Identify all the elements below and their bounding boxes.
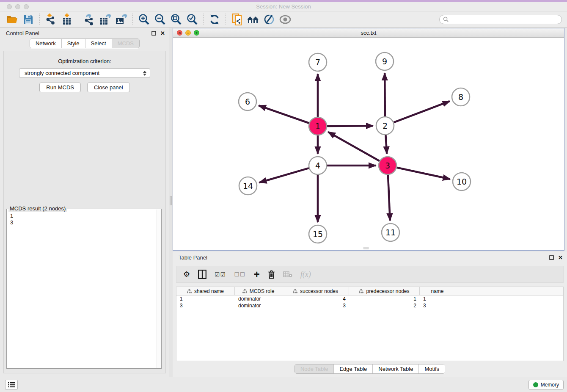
export-image-icon[interactable] [113, 13, 129, 26]
column-header-shared-name[interactable]: shared name [176, 287, 235, 295]
home-pages-icon[interactable] [245, 13, 261, 26]
mcds-result-list[interactable]: 13 [7, 209, 161, 226]
network-minimize-button[interactable]: − [185, 30, 191, 36]
panel-splitter[interactable] [169, 28, 173, 377]
import-network-icon[interactable] [43, 13, 59, 26]
table-cell[interactable]: 3 [420, 302, 455, 309]
node-label-1: 1 [315, 121, 320, 131]
search-icon [443, 17, 449, 22]
table-cell[interactable]: 1 [420, 295, 455, 302]
function-builder-icon[interactable]: f(x) [300, 270, 311, 279]
refresh-layout-icon[interactable] [206, 13, 223, 26]
hide-details-icon[interactable] [261, 13, 277, 26]
add-column-icon[interactable]: + [254, 270, 260, 279]
delete-table-icon[interactable] [283, 271, 292, 278]
node-label-8: 8 [458, 92, 463, 102]
minimize-window-button[interactable] [15, 4, 20, 9]
titlebar: Session: New Session [0, 2, 567, 11]
tab-network[interactable]: Network [30, 39, 62, 48]
table-panel-tabs: Node TableEdge TableNetwork TableMotifs [295, 364, 445, 374]
zoom-in-icon[interactable] [136, 13, 152, 26]
search-input[interactable] [449, 17, 558, 22]
open-folder-icon[interactable] [4, 13, 20, 26]
table-cell[interactable]: 1 [349, 295, 420, 302]
criterion-value: strongly connected component [25, 70, 99, 76]
task-history-button[interactable] [5, 380, 18, 390]
close-window-button[interactable] [7, 4, 12, 9]
network-close-button[interactable]: ✕ [177, 30, 182, 36]
column-header-predecessor-nodes[interactable]: predecessor nodes [349, 287, 420, 295]
edge-3-1[interactable] [328, 132, 379, 161]
float-panel-icon[interactable] [151, 31, 156, 36]
table-row[interactable]: 1dominator411 [176, 295, 563, 302]
table-header-row: shared nameMCDS rolesuccessor nodesprede… [176, 287, 563, 295]
canvas-scroll-nub[interactable] [363, 247, 369, 249]
result-line: 3 [10, 219, 158, 226]
toolbar-separator [203, 14, 204, 25]
tab-select[interactable]: Select [85, 39, 112, 48]
float-table-panel-icon[interactable] [549, 255, 554, 260]
table-cell[interactable]: dominator [235, 302, 282, 309]
memory-button[interactable]: Memory [528, 380, 564, 390]
table-cell[interactable]: 3 [176, 302, 235, 309]
table-tab-node-table[interactable]: Node Table [295, 364, 334, 373]
close-panel-button[interactable]: Close panel [87, 83, 130, 92]
zoom-selected-icon[interactable] [184, 13, 200, 26]
table-row[interactable]: 3dominator323 [176, 302, 563, 309]
tree-hierarchy-icon [242, 289, 247, 293]
zoom-window-button[interactable] [24, 4, 29, 9]
table-cell[interactable]: 2 [349, 302, 420, 309]
deselect-all-checkboxes-icon[interactable]: ☐☐ [234, 271, 245, 278]
table-cell[interactable]: 1 [176, 295, 235, 302]
tab-style[interactable]: Style [62, 39, 85, 48]
column-header-MCDS-role[interactable]: MCDS role [235, 287, 282, 295]
run-mcds-button[interactable]: Run MCDS [39, 83, 81, 92]
network-graph[interactable]: 7968124314101511 [173, 38, 564, 250]
search-field[interactable] [439, 15, 562, 24]
column-header-successor-nodes[interactable]: successor nodes [282, 287, 349, 295]
control-panel: Control Panel ✕ NetworkStyleSelectMCDS O… [0, 28, 169, 377]
window-controls [7, 4, 29, 9]
edge-4-14[interactable] [259, 168, 309, 182]
edge-2-8[interactable] [394, 101, 450, 122]
close-panel-icon[interactable]: ✕ [160, 30, 165, 36]
edge-2-9[interactable] [385, 73, 385, 116]
tree-hierarchy-icon [293, 289, 297, 293]
table-tab-motifs[interactable]: Motifs [419, 364, 445, 373]
clone-network-icon[interactable] [229, 13, 245, 26]
column-view-icon[interactable] [198, 270, 206, 279]
select-all-checkboxes-icon[interactable]: ☑☑ [215, 271, 226, 278]
network-zoom-button[interactable]: + [194, 30, 199, 36]
criterion-dropdown[interactable]: strongly connected component [19, 68, 150, 78]
dropdown-arrows-icon [143, 71, 146, 76]
edge-1-6[interactable] [259, 105, 309, 123]
delete-column-icon[interactable] [268, 270, 275, 279]
table-tab-edge-table[interactable]: Edge Table [334, 364, 373, 373]
node-table[interactable]: shared nameMCDS rolesuccessor nodesprede… [176, 287, 564, 361]
edge-3-11[interactable] [388, 175, 390, 221]
table-tab-network-table[interactable]: Network Table [373, 364, 419, 373]
import-table-icon[interactable] [59, 13, 75, 26]
table-cell[interactable]: 4 [282, 295, 349, 302]
edge-2-3[interactable] [385, 135, 387, 154]
zoom-fit-icon[interactable] [168, 13, 184, 26]
table-settings-gear-icon[interactable]: ⚙ [183, 270, 190, 279]
network-window-title: scc.txt [173, 28, 564, 38]
show-details-icon[interactable] [277, 13, 293, 26]
edge-1-2[interactable] [327, 126, 373, 126]
table-cell[interactable]: 3 [282, 302, 349, 309]
close-table-panel-icon[interactable]: ✕ [558, 254, 563, 261]
edge-3-10[interactable] [396, 168, 450, 179]
column-header-name[interactable]: name [420, 287, 455, 295]
export-table-icon[interactable] [97, 13, 113, 26]
table-toolbar: ⚙ ☑☑ ☐☐ + f(x) [176, 266, 564, 283]
result-scrollbar[interactable] [157, 210, 161, 368]
table-cell[interactable]: dominator [235, 295, 282, 302]
save-session-icon[interactable] [20, 13, 36, 26]
network-canvas[interactable]: 7968124314101511 [173, 38, 564, 250]
export-network-icon[interactable] [81, 13, 97, 26]
mcds-tab-panel: Optimization criterion: strongly connect… [3, 51, 166, 373]
network-window-titlebar[interactable]: ✕ − + scc.txt [173, 28, 564, 38]
zoom-out-icon[interactable] [152, 13, 168, 26]
tab-mcds[interactable]: MCDS [112, 39, 139, 48]
